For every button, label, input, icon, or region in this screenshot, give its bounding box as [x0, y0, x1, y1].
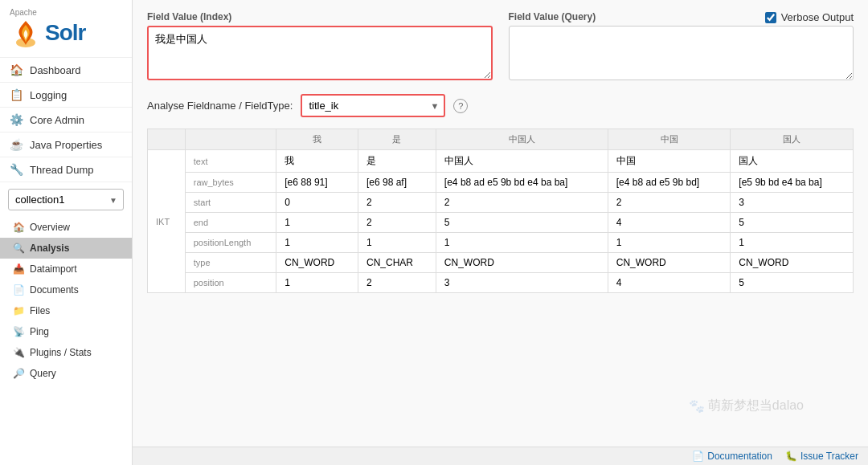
table-cell: 1 [731, 233, 854, 253]
table-cell: 我 [276, 150, 358, 173]
table-cell: 是 [358, 150, 436, 173]
table-cell: [e4 b8 ad e5 9b bd] [608, 173, 731, 193]
sidebar-item-analysis[interactable]: 🔍 Analysis [0, 238, 132, 259]
field-value-index-label: Field Value (Index) [147, 11, 493, 22]
watermark-text: 萌新梦想当dalao [708, 398, 804, 414]
footer: 📄 Documentation 🐛 Issue Tracker [133, 447, 868, 465]
field-value-index-textarea[interactable]: 我是中国人 [147, 26, 493, 80]
documents-icon: 📄 [13, 284, 25, 296]
sidebar-item-plugins-stats-label: Plugins / Stats [30, 347, 92, 358]
verbose-output-section: Verbose Output [765, 11, 854, 23]
verbose-output-checkbox[interactable] [765, 12, 776, 23]
overview-icon: 🏠 [13, 222, 25, 233]
sidebar-item-thread-dump[interactable]: 🔧 Thread Dump [0, 157, 132, 182]
table-row-label: start [185, 193, 276, 213]
plugins-stats-icon: 🔌 [13, 347, 25, 358]
issue-tracker-link[interactable]: 🐛 Issue Tracker [785, 451, 858, 462]
sidebar-item-files-label: Files [30, 305, 50, 316]
fieldname-row: Analyse Fieldname / FieldType: title_ik … [147, 94, 854, 117]
table-cell: 4 [608, 213, 731, 233]
table-header-col-shi: 是 [358, 129, 436, 150]
table-cell: [e6 88 91] [276, 173, 358, 193]
sidebar-item-documents-label: Documents [30, 284, 79, 296]
table-row: position12345 [148, 273, 854, 293]
fieldname-select[interactable]: title_ik [301, 94, 445, 117]
main-content: Verbose Output Field Value (Index) 我是中国人… [133, 0, 868, 447]
analysis-icon: 🔍 [13, 243, 25, 254]
table-cell: 1 [276, 213, 358, 233]
table-ikt-label: IKT [148, 150, 186, 293]
table-cell: 5 [731, 273, 854, 293]
sidebar-item-logging-label: Logging [30, 89, 67, 101]
sidebar-item-thread-dump-label: Thread Dump [30, 164, 93, 176]
ping-icon: 📡 [13, 326, 25, 337]
table-header-col-zhongguoren: 中国人 [436, 129, 608, 150]
table-header-ikt [148, 129, 186, 150]
sidebar-item-analysis-label: Analysis [30, 243, 69, 254]
sidebar-item-documents[interactable]: 📄 Documents [0, 279, 132, 300]
sidebar-item-dataimport[interactable]: 📥 Dataimport [0, 259, 132, 279]
table-row-label: positionLength [185, 233, 276, 253]
sidebar-item-dashboard[interactable]: 🏠 Dashboard [0, 58, 132, 83]
apache-text: Apache [10, 8, 122, 17]
help-icon[interactable]: ? [453, 99, 468, 113]
table-cell: 2 [358, 273, 436, 293]
table-cell: 1 [436, 233, 608, 253]
query-icon: 🔎 [13, 368, 25, 379]
sidebar-item-logging[interactable]: 📋 Logging [0, 83, 132, 108]
table-cell: 3 [731, 193, 854, 213]
table-cell: 2 [358, 213, 436, 233]
table-cell: 5 [436, 213, 608, 233]
table-cell: 2 [436, 193, 608, 213]
sidebar-item-core-admin-label: Core Admin [30, 114, 84, 126]
table-cell: 0 [276, 193, 358, 213]
sidebar-item-java-properties-label: Java Properties [30, 139, 102, 151]
table-row-label: raw_bytes [185, 173, 276, 193]
table-row-label: type [185, 253, 276, 273]
table-cell: [e4 b8 ad e5 9b bd e4 ba ba] [436, 173, 608, 193]
sidebar-item-overview-label: Overview [30, 222, 70, 233]
logo-area: Apache Solr [0, 0, 132, 58]
sidebar-item-plugins-stats[interactable]: 🔌 Plugins / Stats [0, 342, 132, 363]
table-cell: 2 [358, 193, 436, 213]
collection-select[interactable]: collection1 [8, 189, 124, 210]
watermark: 🐾 萌新梦想当dalao [689, 398, 804, 414]
table-cell: 4 [608, 273, 731, 293]
thread-dump-icon: 🔧 [10, 163, 23, 176]
table-row-label: end [185, 213, 276, 233]
table-cell: 1 [276, 233, 358, 253]
table-row: IKTtext我是中国人中国国人 [148, 150, 854, 173]
table-cell: 3 [436, 273, 608, 293]
table-row: raw_bytes[e6 88 91][e6 98 af][e4 b8 ad e… [148, 173, 854, 193]
sidebar-item-java-properties[interactable]: ☕ Java Properties [0, 133, 132, 157]
sidebar-item-query[interactable]: 🔎 Query [0, 363, 132, 384]
documentation-label: Documentation [707, 451, 772, 462]
field-value-section: Field Value (Index) 我是中国人 Field Value (Q… [147, 11, 854, 83]
sidebar-item-ping[interactable]: 📡 Ping [0, 321, 132, 342]
collection-select-wrapper: collection1 ▼ [8, 189, 124, 210]
documentation-link[interactable]: 📄 Documentation [692, 451, 772, 462]
table-header-col-guoren: 国人 [731, 129, 854, 150]
issue-tracker-label: Issue Tracker [800, 451, 858, 462]
table-cell: 1 [358, 233, 436, 253]
table-row-label: position [185, 273, 276, 293]
field-value-query-textarea[interactable] [509, 26, 854, 80]
verbose-output-label: Verbose Output [781, 11, 854, 23]
sidebar-item-dashboard-label: Dashboard [30, 64, 81, 76]
table-cell: CN_WORD [276, 253, 358, 273]
logging-icon: 📋 [10, 88, 23, 101]
solr-flame-icon [10, 17, 42, 49]
fieldname-label: Analyse Fieldname / FieldType: [147, 100, 293, 112]
table-cell: CN_CHAR [358, 253, 436, 273]
solr-logo-text: Solr [45, 20, 85, 46]
table-cell: CN_WORD [436, 253, 608, 273]
table-cell: CN_WORD [731, 253, 854, 273]
issue-tracker-icon: 🐛 [785, 451, 797, 462]
sidebar-item-overview[interactable]: 🏠 Overview [0, 217, 132, 238]
core-admin-icon: ⚙️ [10, 113, 23, 126]
sidebar-item-core-admin[interactable]: ⚙️ Core Admin [0, 108, 132, 133]
sidebar-item-query-label: Query [30, 368, 56, 379]
table-cell: 1 [608, 233, 731, 253]
table-cell: CN_WORD [608, 253, 731, 273]
sidebar-item-files[interactable]: 📁 Files [0, 300, 132, 321]
